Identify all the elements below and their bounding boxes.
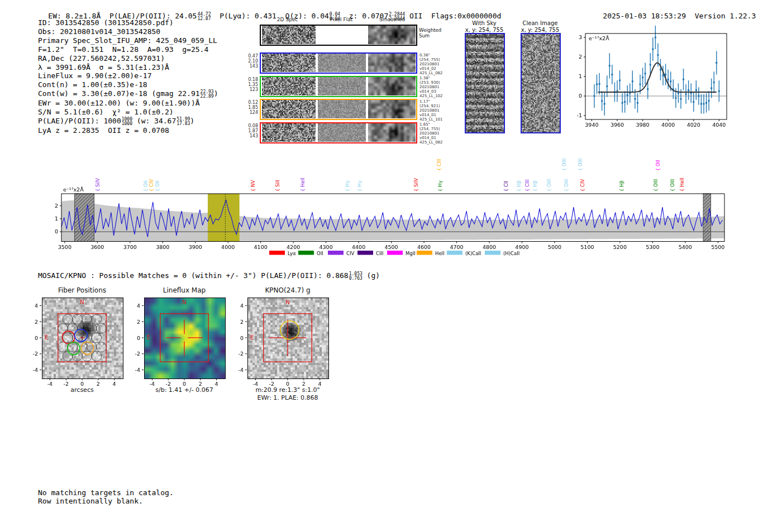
svg-text:5300: 5300 bbox=[646, 244, 659, 250]
svg-text:-2: -2 bbox=[135, 351, 140, 357]
kpno-g-title: KPNO(24.7) g bbox=[247, 286, 328, 294]
info-line: Obs: 20210801v014_3013542850 bbox=[38, 27, 218, 36]
info-line: LineFlux = 9.90(±2.00)e-17 bbox=[38, 71, 218, 80]
emission-line-label: { Hγ bbox=[357, 180, 363, 191]
svg-text:0: 0 bbox=[55, 228, 58, 234]
image-canvas bbox=[368, 77, 416, 95]
lineflux-map-image bbox=[144, 298, 226, 379]
masked-band bbox=[703, 194, 711, 242]
col-title-pixel-flat: Pixel Flat bbox=[317, 17, 366, 22]
info-line: P(LAE)/P(OII): 100010001000 (w: 34.6751.… bbox=[38, 117, 218, 126]
image-canvas bbox=[466, 34, 504, 132]
col-title-2d-spec: 2D Spec bbox=[260, 17, 314, 22]
legend-swatch bbox=[485, 251, 500, 255]
emission-line-label: { Hγ bbox=[345, 180, 350, 191]
header-datetime: 2025-01-03 18:53:29 Version 1.22.3 bbox=[585, 3, 756, 28]
legend-swatch bbox=[298, 251, 314, 255]
info-line: Cont(n) = 1.00(±0.35)e-18 bbox=[38, 80, 218, 89]
noise-envelope bbox=[61, 200, 724, 241]
spectrum-legend: LyαOIICIVCIIIMgIIHeII(K)CaII(H)CaII bbox=[269, 251, 519, 256]
full-spectrum-plot: 3500360037003800390040004100420043004400… bbox=[55, 159, 724, 256]
emission-line-label: { CIV bbox=[149, 179, 154, 191]
footer-line-2: Row intentionally blank. bbox=[38, 497, 143, 505]
svg-text:5000: 5000 bbox=[548, 244, 561, 250]
svg-text:4020: 4020 bbox=[687, 122, 700, 128]
svg-text:3700: 3700 bbox=[123, 244, 137, 250]
svg-text:2: 2 bbox=[55, 203, 58, 209]
svg-text:e⁻¹⁷x2Å: e⁻¹⁷x2Å bbox=[63, 186, 84, 193]
image-canvas bbox=[262, 26, 316, 44]
emission-line-label: { HeII bbox=[300, 178, 306, 191]
svg-text:4200: 4200 bbox=[287, 244, 300, 250]
emission-line-label: { SiIV bbox=[413, 178, 419, 191]
emission-line-label: { NV bbox=[250, 180, 256, 191]
lineflux-caption: s/b: 1.41 +/- 0.067 bbox=[139, 386, 230, 394]
cutout-left-labels: 0.472.10143 bbox=[245, 54, 258, 69]
emission-line-label: { Hγ bbox=[437, 180, 443, 191]
svg-text:2: 2 bbox=[579, 54, 582, 60]
legend-swatch bbox=[417, 251, 432, 255]
cutout-right-labels: 1.38"(253, 930)20210801v014_03425_LL_102 bbox=[419, 76, 447, 98]
emission-line-label: { CIV bbox=[580, 179, 585, 191]
legend-swatch bbox=[387, 251, 403, 255]
svg-text:4700: 4700 bbox=[450, 244, 463, 250]
fiber-cutout-row bbox=[260, 52, 417, 74]
emission-line-label: { OIII bbox=[564, 179, 569, 191]
emission-line-label: { OII bbox=[143, 180, 149, 191]
detection-info-block: ID: 3013542850 (3013542850.pdf)Obs: 2021… bbox=[38, 18, 218, 135]
image-canvas bbox=[262, 77, 316, 95]
svg-text:OII: OII bbox=[317, 251, 323, 256]
svg-text:3900: 3900 bbox=[189, 244, 202, 250]
svg-text:5400: 5400 bbox=[679, 244, 692, 250]
image-canvas bbox=[262, 123, 316, 142]
cutout-left-labels: 0.181.35123 bbox=[245, 77, 258, 92]
svg-text:4500: 4500 bbox=[384, 244, 398, 250]
mosaic-match-text: MOSAIC/KPNO : Possible Matches = 0 (with… bbox=[38, 271, 380, 280]
emission-line-label: { Hβ bbox=[619, 180, 624, 191]
svg-text:CIII: CIII bbox=[376, 251, 383, 256]
svg-text:2: 2 bbox=[240, 319, 244, 325]
zoom-errorbars bbox=[593, 26, 719, 116]
info-line: ID: 3013542850 (3013542850.pdf) bbox=[38, 18, 218, 27]
cutout-left-labels: 0.121.85124 bbox=[245, 100, 258, 115]
weighted-sum-label: WeightedSum bbox=[419, 28, 441, 39]
col-title-smoothed: Smoothed bbox=[368, 17, 417, 22]
svg-text:-4: -4 bbox=[135, 367, 140, 373]
cutout-right-labels: 1.17"(254, 921)20210801v014_01425_LL_101 bbox=[419, 99, 447, 122]
line-fit-zoom-plot: 394039603980400040204040-10123e⁻¹⁷x2Å bbox=[577, 26, 727, 128]
svg-text:3980: 3980 bbox=[636, 122, 649, 128]
emission-line-label: { OIII bbox=[546, 179, 552, 191]
fiber-cutout-row bbox=[260, 99, 417, 120]
info-line: RA,Dec (227.560242,52.597031) bbox=[38, 54, 218, 63]
svg-text:(H)CaII: (H)CaII bbox=[503, 251, 519, 256]
image-canvas bbox=[42, 298, 123, 378]
svg-text:1: 1 bbox=[579, 73, 582, 79]
fiber-cutout-row bbox=[260, 122, 417, 143]
image-canvas bbox=[262, 54, 316, 72]
emission-line-label: { SiII bbox=[275, 180, 280, 191]
emission-line-label: { OII bbox=[655, 160, 661, 171]
svg-text:5500: 5500 bbox=[711, 244, 724, 250]
svg-text:3600: 3600 bbox=[90, 244, 104, 250]
elixer-report-page: EW: 8.2±1.8Å P(LAE)/P(OII): 24.0544.7212… bbox=[0, 0, 782, 532]
clean-image bbox=[521, 33, 561, 133]
image-canvas bbox=[248, 298, 328, 378]
svg-text:MgII: MgII bbox=[406, 251, 416, 256]
emission-line-label: { SiIV bbox=[95, 178, 101, 191]
emission-line-labels: { SiIV{ OII{ CIV{ OII{ NV{ SiII{ HeII{ H… bbox=[95, 159, 684, 191]
svg-text:Lyα: Lyα bbox=[288, 251, 296, 256]
image-canvas bbox=[368, 123, 416, 142]
svg-text:0: 0 bbox=[35, 335, 38, 341]
svg-text:-2: -2 bbox=[33, 351, 38, 357]
image-canvas bbox=[368, 100, 416, 118]
svg-text:4000: 4000 bbox=[661, 122, 675, 128]
info-line: LyA z = 2.2835 OII z = 0.0708 bbox=[38, 126, 218, 135]
emission-line-label: { OIII bbox=[561, 159, 567, 171]
emission-line-label: { CII bbox=[503, 181, 509, 191]
svg-text:3500: 3500 bbox=[58, 244, 71, 250]
svg-text:2: 2 bbox=[137, 319, 140, 325]
image-canvas bbox=[318, 54, 366, 72]
image-canvas bbox=[368, 26, 416, 44]
image-canvas bbox=[318, 77, 366, 95]
info-line: S/N = 5.1(±0.6) χ² = 1.0(±0.2) bbox=[38, 108, 218, 117]
